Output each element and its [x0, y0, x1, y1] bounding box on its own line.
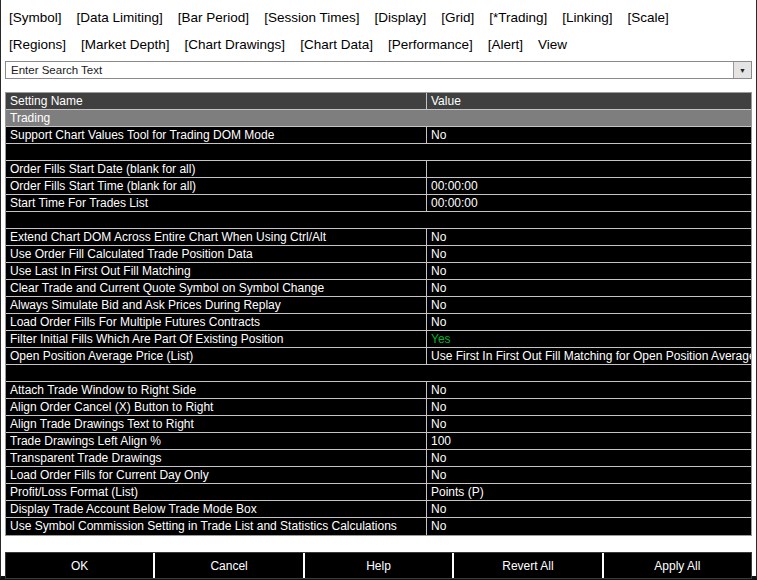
menu-tab-session-times[interactable]: [Session Times]	[264, 5, 359, 31]
menu-tab-chart-drawings[interactable]: [Chart Drawings]	[185, 32, 286, 58]
menu-tab-market-depth[interactable]: [Market Depth]	[81, 32, 170, 58]
column-header-value: Value	[427, 93, 751, 109]
setting-value[interactable]: No	[427, 416, 751, 432]
setting-name: Load Order Fills for Current Day Only	[6, 467, 427, 483]
setting-name: Order Fills Start Date (blank for all)	[6, 161, 427, 177]
setting-row: Display Trade Account Below Trade Mode B…	[6, 501, 751, 518]
setting-row: Align Trade Drawings Text to RightNo	[6, 416, 751, 433]
setting-row: Always Simulate Bid and Ask Prices Durin…	[6, 297, 751, 314]
setting-value[interactable]: No	[427, 518, 751, 535]
revert-all-button[interactable]: Revert All	[454, 553, 601, 578]
menu-tab-alert[interactable]: [Alert]	[488, 32, 523, 58]
setting-row: Open Position Average Price (List)Use Fi…	[6, 348, 751, 365]
setting-name: Always Simulate Bid and Ask Prices Durin…	[6, 297, 427, 313]
menu-tab-bar-period[interactable]: [Bar Period]	[178, 5, 249, 31]
menu-tab-symbol[interactable]: [Symbol]	[9, 5, 62, 31]
menu-row-1: [Symbol][Data Limiting][Bar Period][Sess…	[9, 4, 748, 31]
menu-tab-chart-data[interactable]: [Chart Data]	[300, 32, 373, 58]
chart-settings-window: [Symbol][Data Limiting][Bar Period][Sess…	[0, 0, 757, 580]
menu-tab-linking[interactable]: [Linking]	[562, 5, 612, 31]
setting-row: Attach Trade Window to Right SideNo	[6, 382, 751, 399]
cancel-button[interactable]: Cancel	[155, 553, 302, 578]
setting-value[interactable]: Points (P)	[427, 484, 751, 500]
setting-value[interactable]: No	[427, 467, 751, 483]
setting-name: Use Last In First Out Fill Matching	[6, 263, 427, 279]
dialog-button-bar: OKCancelHelpRevert AllApply All	[5, 552, 752, 579]
setting-value[interactable]: No	[427, 246, 751, 262]
setting-row: Clear Trade and Current Quote Symbol on …	[6, 280, 751, 297]
setting-name: Align Order Cancel (X) Button to Right	[6, 399, 427, 415]
search-input[interactable]	[6, 62, 733, 78]
menu-tab-data-limiting[interactable]: [Data Limiting]	[77, 5, 163, 31]
search-dropdown-button[interactable]: ▼	[733, 62, 751, 78]
setting-value[interactable]: Yes	[427, 331, 751, 347]
setting-name: Clear Trade and Current Quote Symbol on …	[6, 280, 427, 296]
menu-tab-performance[interactable]: [Performance]	[388, 32, 473, 58]
menu-tab-view[interactable]: View	[538, 32, 567, 58]
setting-value[interactable]: 00:00:00	[427, 178, 751, 194]
setting-name: Attach Trade Window to Right Side	[6, 382, 427, 398]
setting-value[interactable]: No	[427, 127, 751, 143]
section-header-row[interactable]: Trading	[6, 110, 751, 127]
setting-value[interactable]	[427, 161, 751, 177]
menu-tab-scale[interactable]: [Scale]	[628, 5, 669, 31]
setting-row: Filter Initial Fills Which Are Part Of E…	[6, 331, 751, 348]
spacer-row	[6, 365, 751, 382]
setting-name: Open Position Average Price (List)	[6, 348, 427, 364]
table-header-row: Setting Name Value	[6, 93, 751, 110]
setting-value[interactable]: No	[427, 263, 751, 279]
menu-tab-trading[interactable]: [*Trading]	[489, 5, 547, 31]
setting-value[interactable]: 100	[427, 433, 751, 449]
setting-value[interactable]: No	[427, 450, 751, 466]
settings-table: Setting Name Value TradingSupport Chart …	[5, 92, 752, 536]
setting-value[interactable]: No	[427, 399, 751, 415]
settings-category-menu: [Symbol][Data Limiting][Bar Period][Sess…	[1, 0, 756, 58]
setting-name: Profit/Loss Format (List)	[6, 484, 427, 500]
setting-name: Load Order Fills For Multiple Futures Co…	[6, 314, 427, 330]
section-title: Trading	[6, 110, 751, 126]
setting-value[interactable]: No	[427, 229, 751, 245]
spacer-row	[6, 212, 751, 229]
setting-value[interactable]: No	[427, 297, 751, 313]
setting-value[interactable]: No	[427, 382, 751, 398]
setting-name: Order Fills Start Time (blank for all)	[6, 178, 427, 194]
setting-value[interactable]: No	[427, 280, 751, 296]
setting-row: Trade Drawings Left Align %100	[6, 433, 751, 450]
spacer-row	[6, 144, 751, 161]
apply-all-button[interactable]: Apply All	[604, 553, 751, 578]
setting-row: Profit/Loss Format (List)Points (P)	[6, 484, 751, 501]
setting-name: Filter Initial Fills Which Are Part Of E…	[6, 331, 427, 347]
setting-name: Display Trade Account Below Trade Mode B…	[6, 501, 427, 517]
setting-row: Order Fills Start Time (blank for all)00…	[6, 178, 751, 195]
setting-name: Support Chart Values Tool for Trading DO…	[6, 127, 427, 143]
menu-tab-regions[interactable]: [Regions]	[9, 32, 66, 58]
setting-row: Load Order Fills For Multiple Futures Co…	[6, 314, 751, 331]
menu-tab-grid[interactable]: [Grid]	[441, 5, 474, 31]
setting-row: Start Time For Trades List00:00:00	[6, 195, 751, 212]
setting-name: Trade Drawings Left Align %	[6, 433, 427, 449]
menu-row-2: [Regions][Market Depth][Chart Drawings][…	[9, 31, 748, 58]
setting-name: Extend Chart DOM Across Entire Chart Whe…	[6, 229, 427, 245]
setting-row: Use Order Fill Calculated Trade Position…	[6, 246, 751, 263]
setting-row: Align Order Cancel (X) Button to RightNo	[6, 399, 751, 416]
setting-row: Load Order Fills for Current Day OnlyNo	[6, 467, 751, 484]
setting-name: Transparent Trade Drawings	[6, 450, 427, 466]
chevron-down-icon: ▼	[739, 67, 746, 74]
setting-row: Order Fills Start Date (blank for all)	[6, 161, 751, 178]
setting-row: Use Symbol Commission Setting in Trade L…	[6, 518, 751, 535]
setting-name: Use Symbol Commission Setting in Trade L…	[6, 518, 427, 535]
setting-row: Support Chart Values Tool for Trading DO…	[6, 127, 751, 144]
setting-value[interactable]: Use First In First Out Fill Matching for…	[427, 348, 751, 364]
setting-name: Use Order Fill Calculated Trade Position…	[6, 246, 427, 262]
setting-name: Start Time For Trades List	[6, 195, 427, 211]
setting-value[interactable]: 00:00:00	[427, 195, 751, 211]
setting-row: Transparent Trade DrawingsNo	[6, 450, 751, 467]
help-button[interactable]: Help	[305, 553, 452, 578]
setting-value[interactable]: No	[427, 314, 751, 330]
settings-table-body: TradingSupport Chart Values Tool for Tra…	[6, 110, 751, 535]
setting-row: Extend Chart DOM Across Entire Chart Whe…	[6, 229, 751, 246]
setting-value[interactable]: No	[427, 501, 751, 517]
ok-button[interactable]: OK	[6, 553, 153, 578]
menu-tab-display[interactable]: [Display]	[374, 5, 426, 31]
setting-name: Align Trade Drawings Text to Right	[6, 416, 427, 432]
